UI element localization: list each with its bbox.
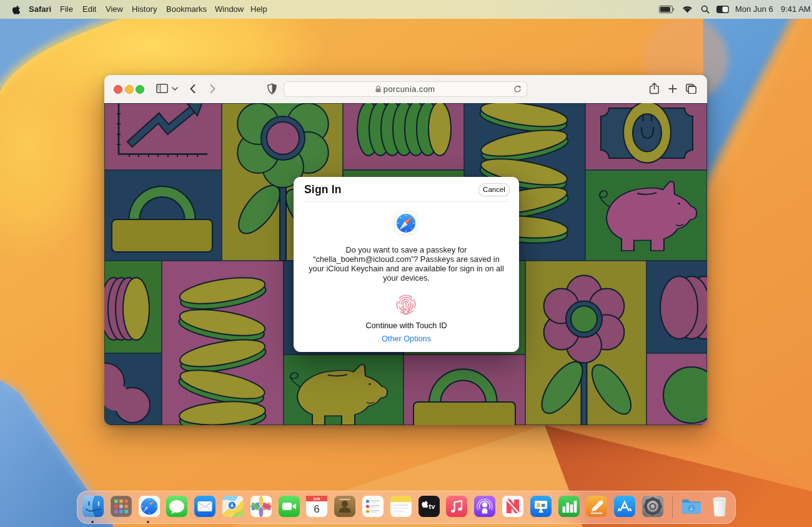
svg-text:JUN: JUN bbox=[314, 497, 320, 501]
svg-text:tv: tv bbox=[428, 503, 435, 510]
svg-text:6: 6 bbox=[314, 503, 320, 515]
